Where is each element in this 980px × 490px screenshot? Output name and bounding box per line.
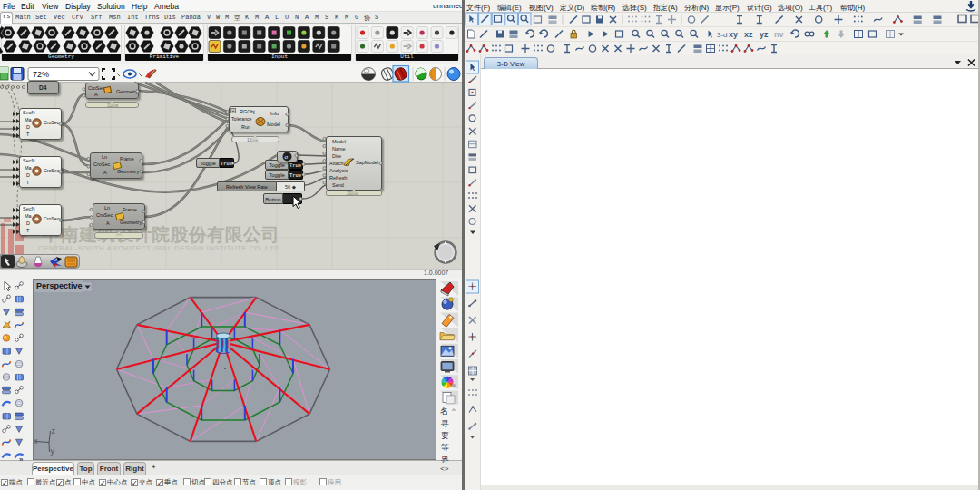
svg-text:xz: xz — [744, 30, 753, 39]
svg-text:z: z — [52, 426, 56, 436]
svg-text:xy: xy — [729, 30, 738, 39]
svg-text:界: 界 — [441, 455, 449, 464]
svg-text:要: 要 — [441, 431, 449, 440]
svg-text:^: ^ — [452, 407, 456, 415]
svg-text:寻: 寻 — [440, 419, 449, 428]
svg-text:<>: <> — [440, 465, 449, 473]
svg-text:名: 名 — [440, 407, 448, 416]
svg-text:y: y — [51, 446, 55, 456]
svg-text:3-d: 3-d — [717, 31, 728, 39]
svg-text:nv: nv — [774, 30, 784, 39]
svg-text:yz: yz — [760, 30, 769, 39]
svg-text:等: 等 — [441, 443, 449, 452]
svg-text:x: x — [34, 436, 38, 446]
